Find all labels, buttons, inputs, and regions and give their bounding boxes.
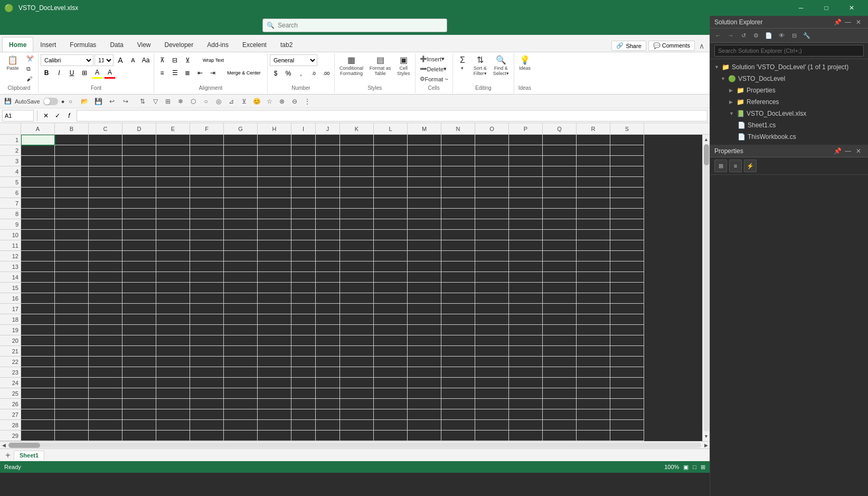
wrap-text-button[interactable]: Wrap Text: [197, 54, 229, 66]
autosave-toggle[interactable]: [43, 98, 58, 105]
format-as-table-button[interactable]: ▤ Format asTable: [367, 54, 393, 78]
tab-tab2[interactable]: tab2: [273, 37, 299, 52]
se-collapse-all-button[interactable]: ⊟: [788, 30, 800, 41]
row-header-9[interactable]: 9: [0, 219, 21, 230]
cell-e1[interactable]: [156, 135, 190, 145]
col-header-j[interactable]: J: [316, 123, 340, 134]
redo-button[interactable]: ↪: [120, 96, 131, 107]
insert-function-button[interactable]: f: [64, 110, 74, 121]
more-tools-button[interactable]: ⋮: [301, 96, 313, 107]
pp-close-button[interactable]: ✕: [853, 146, 864, 156]
row-header-11[interactable]: 11: [0, 240, 21, 251]
col-header-l[interactable]: L: [374, 123, 408, 134]
col-header-b[interactable]: B: [55, 123, 89, 134]
row-header-22[interactable]: 22: [0, 357, 21, 367]
se-tree-thisworkbook[interactable]: 📄 ThisWorkbook.cs: [710, 131, 868, 143]
se-refresh-button[interactable]: ↺: [738, 30, 749, 41]
decrease-indent-button[interactable]: ⇤: [194, 67, 206, 79]
row-header-17[interactable]: 17: [0, 304, 21, 314]
bold-button[interactable]: B: [41, 67, 52, 79]
col-header-s[interactable]: S: [610, 123, 644, 134]
view-page-break-icon[interactable]: ⊞: [701, 464, 705, 471]
formula-cancel-button[interactable]: ✕: [41, 110, 51, 121]
align-top-button[interactable]: ⊼: [156, 54, 168, 66]
h-scroll-track[interactable]: [8, 443, 701, 448]
cell-b1[interactable]: [55, 135, 89, 145]
delete-cells-button[interactable]: ➖ Delete ▾: [418, 64, 450, 73]
row-header-6[interactable]: 6: [0, 188, 21, 198]
fill-color-button[interactable]: A: [91, 67, 103, 79]
minimize-button[interactable]: ─: [789, 0, 813, 16]
col-header-m[interactable]: M: [408, 123, 441, 134]
cell-q1[interactable]: [543, 135, 577, 145]
smiley-button[interactable]: 😊: [251, 96, 262, 107]
se-collapse-button[interactable]: —: [843, 17, 853, 27]
col-header-h[interactable]: H: [258, 123, 291, 134]
col-header-n[interactable]: N: [441, 123, 475, 134]
col-header-o[interactable]: O: [475, 123, 509, 134]
cell-o1[interactable]: [475, 135, 509, 145]
se-show-all-button[interactable]: 👁: [776, 30, 787, 41]
font-color-button[interactable]: A: [104, 67, 116, 79]
row-header-15[interactable]: 15: [0, 283, 21, 293]
cell-k1[interactable]: [340, 135, 374, 145]
pp-category-view-button[interactable]: ≡: [729, 160, 742, 172]
row-header-4[interactable]: 4: [0, 166, 21, 177]
pp-events-button[interactable]: ⚡: [744, 160, 757, 172]
tab-excelent[interactable]: Excelent: [235, 37, 273, 52]
close-button[interactable]: ✕: [839, 0, 864, 16]
currency-button[interactable]: $: [270, 68, 281, 79]
comma-button[interactable]: ,: [295, 68, 307, 79]
font-case-button[interactable]: Aa: [140, 54, 152, 66]
col-header-c[interactable]: C: [89, 123, 122, 134]
merge-center-button[interactable]: Merge & Center: [223, 67, 265, 79]
paste-button[interactable]: 📋 Paste: [2, 54, 23, 72]
se-open-file-button[interactable]: 📄: [763, 30, 775, 41]
underline-button[interactable]: U: [66, 67, 78, 79]
row-header-28[interactable]: 28: [0, 420, 21, 431]
align-right-button[interactable]: ≣: [182, 67, 193, 79]
copy-button[interactable]: ⧉: [24, 64, 36, 73]
cell-l1[interactable]: [374, 135, 408, 145]
cell-f1[interactable]: [190, 135, 224, 145]
sort-asc-button[interactable]: ⇅: [137, 96, 148, 107]
increase-font-button[interactable]: A: [115, 54, 126, 66]
insert-cells-button[interactable]: ➕ Insert ▾: [418, 54, 450, 63]
autosum-button[interactable]: Σ ▾: [455, 54, 470, 78]
add-sheet-button[interactable]: +: [2, 450, 14, 461]
row-header-1[interactable]: 1: [0, 135, 21, 145]
col-header-k[interactable]: K: [340, 123, 374, 134]
cut-button[interactable]: ✂️: [24, 54, 36, 63]
tab-addins[interactable]: Add-ins: [200, 37, 235, 52]
cell-s1[interactable]: [610, 135, 644, 145]
se-properties-button[interactable]: ⚙: [750, 30, 762, 41]
cell-j1[interactable]: [316, 135, 340, 145]
freeze-button[interactable]: ❄: [175, 96, 186, 107]
row-header-8[interactable]: 8: [0, 209, 21, 219]
v-scroll-track[interactable]: [704, 144, 709, 432]
cell-styles-button[interactable]: ▣ CellStyles: [394, 54, 413, 78]
ribbon-collapse-button[interactable]: ∧: [696, 42, 707, 50]
advanced-filter-button[interactable]: ⊻: [238, 96, 250, 107]
ideas-button[interactable]: 💡 Ideas: [516, 54, 533, 72]
font-size-select[interactable]: 11: [95, 54, 114, 66]
view-normal-icon[interactable]: ▣: [683, 464, 688, 471]
cell-r1[interactable]: [577, 135, 610, 145]
save-file-button[interactable]: 💾: [92, 96, 104, 107]
row-header-7[interactable]: 7: [0, 198, 21, 209]
find-select-button[interactable]: 🔍 Find &Select▾: [490, 54, 512, 78]
row-header-16[interactable]: 16: [0, 293, 21, 304]
cell-n1[interactable]: [441, 135, 475, 145]
open-file-button[interactable]: 📂: [79, 96, 90, 107]
filter-button[interactable]: ▽: [149, 96, 161, 107]
funnel-button[interactable]: ⊿: [225, 96, 237, 107]
tab-developer[interactable]: Developer: [158, 37, 201, 52]
row-header-26[interactable]: 26: [0, 399, 21, 409]
col-header-e[interactable]: E: [156, 123, 190, 134]
row-header-21[interactable]: 21: [0, 346, 21, 357]
undo-button[interactable]: ↩: [106, 96, 118, 107]
scroll-left-button[interactable]: ◀: [0, 442, 7, 449]
row-header-19[interactable]: 19: [0, 325, 21, 335]
pp-pin-button[interactable]: 📌: [832, 146, 843, 156]
se-search-input[interactable]: [714, 45, 864, 57]
